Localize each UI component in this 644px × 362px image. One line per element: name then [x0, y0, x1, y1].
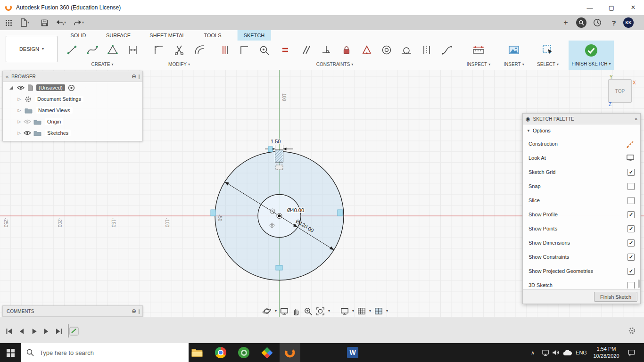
timeline-play-button[interactable]	[28, 326, 40, 337]
redo-icon[interactable]: ▾	[72, 15, 86, 30]
file-explorer-icon[interactable]	[187, 343, 207, 362]
root-document-label[interactable]: (Unsaved)	[36, 84, 65, 91]
chrome-icon[interactable]	[210, 343, 231, 362]
job-status-icon[interactable]	[576, 17, 586, 28]
show-constraints-checkbox[interactable]: ✓	[627, 254, 635, 261]
panel-drag-handle[interactable]: ∥	[138, 74, 140, 79]
browser-item-named-views[interactable]: ▷ Named Views	[3, 105, 142, 116]
fix-lock-constraint-icon[interactable]	[338, 41, 355, 58]
app-grid-menu-icon[interactable]	[3, 15, 14, 30]
collapse-panel-icon[interactable]: «	[6, 74, 8, 79]
sketch-grid-checkbox[interactable]: ✓	[627, 169, 635, 176]
show-projected-geometries-checkbox[interactable]: ✓	[627, 268, 635, 275]
visibility-eye-icon[interactable]	[17, 85, 25, 90]
inspect-group-label[interactable]: INSPECT▾	[467, 62, 490, 67]
viewcube[interactable]: TOP	[608, 79, 632, 103]
expand-arrow-icon[interactable]: ▷	[16, 108, 23, 113]
maximize-button[interactable]: ▢	[601, 0, 622, 15]
notifications-clock-icon[interactable]	[592, 17, 603, 28]
fusion-360-taskbar-icon[interactable]	[280, 343, 300, 362]
palette-row-show-dimensions[interactable]: Show Dimensions ✓	[523, 236, 640, 250]
construction-icon[interactable]	[626, 140, 635, 148]
measure-tool-icon[interactable]	[470, 41, 487, 58]
visibility-eye-icon[interactable]	[24, 130, 31, 136]
volume-icon[interactable]	[550, 343, 561, 362]
offset-tool-icon[interactable]	[191, 41, 208, 58]
insert-image-icon[interactable]	[505, 41, 522, 58]
tangent-constraint-icon[interactable]	[398, 41, 415, 58]
green-app-icon[interactable]	[233, 343, 254, 362]
expand-arrow-icon[interactable]: ▷	[16, 97, 23, 101]
add-comment-icon[interactable]: ⊕	[132, 308, 136, 314]
sketch-dimension-icon[interactable]	[124, 41, 141, 58]
palette-row-construction[interactable]: Construction	[523, 137, 640, 151]
palette-row-show-constraints[interactable]: Show Constraints ✓	[523, 250, 640, 264]
workspace-selector[interactable]: DESIGN▾	[6, 36, 58, 62]
look-at-icon[interactable]	[280, 305, 289, 317]
timeline-sketch-marker[interactable]	[67, 324, 80, 338]
diamond-app-icon[interactable]	[256, 343, 277, 362]
clock-date[interactable]: 1:54 PM 10/28/2020	[591, 346, 621, 360]
browser-item-sketches[interactable]: ▷ Sketches	[3, 127, 142, 139]
user-avatar[interactable]: KK	[623, 17, 634, 28]
panel-minus-icon[interactable]: ⊖	[132, 73, 136, 80]
new-file-icon[interactable]: ▾	[18, 15, 31, 30]
show-dimensions-checkbox[interactable]: ✓	[627, 239, 635, 247]
look-at-icon[interactable]	[626, 154, 635, 162]
palette-row-show-points[interactable]: Show Points ✓	[523, 222, 640, 236]
language-indicator[interactable]: ENG	[573, 343, 589, 362]
spline-tool-icon[interactable]	[84, 41, 101, 58]
fit-icon[interactable]	[316, 305, 325, 317]
show-points-checkbox[interactable]: ✓	[627, 225, 635, 232]
expand-arrow-icon[interactable]: ▷	[16, 131, 23, 135]
timeline-step-back-button[interactable]	[16, 326, 27, 337]
browser-root-row[interactable]: (Unsaved)	[3, 82, 142, 93]
coincident-constraint-icon[interactable]	[256, 41, 272, 58]
activate-component-icon[interactable]	[68, 84, 75, 91]
ribbon-tab-sheet-metal[interactable]: SHEET METAL	[143, 30, 191, 41]
create-group-label[interactable]: CREATE▾	[91, 62, 114, 67]
timeline-step-forward-button[interactable]	[41, 326, 52, 337]
snap-checkbox[interactable]	[627, 183, 635, 190]
tray-chevron-icon[interactable]: ∧	[527, 343, 538, 362]
dimension-label-width[interactable]: 1.50	[270, 139, 281, 144]
panel-dot-icon[interactable]: ◉	[526, 116, 530, 122]
comments-bar[interactable]: COMMENTS ⊕ ∥	[2, 305, 143, 317]
curvature-constraint-icon[interactable]	[438, 41, 455, 58]
concentric-constraint-icon[interactable]	[378, 41, 395, 58]
timeline-skip-end-button[interactable]	[53, 326, 64, 337]
palette-row-snap[interactable]: Snap	[523, 179, 640, 193]
palette-scrollbar[interactable]	[638, 280, 640, 288]
3d-sketch-checkbox[interactable]	[627, 282, 635, 289]
onedrive-cloud-icon[interactable]	[561, 343, 573, 362]
horizontal-vertical-constraint-icon[interactable]	[236, 41, 253, 58]
collinear-constraint-icon[interactable]	[216, 41, 233, 58]
perpendicular-constraint-icon[interactable]	[318, 41, 335, 58]
start-button[interactable]	[0, 343, 21, 362]
palette-row-look-at[interactable]: Look At	[523, 151, 640, 165]
display-settings-icon[interactable]	[340, 305, 349, 317]
ribbon-tab-surface[interactable]: SURFACE	[100, 30, 137, 41]
ribbon-tab-sketch[interactable]: SKETCH	[238, 30, 271, 41]
visibility-off-eye-icon[interactable]	[24, 119, 31, 124]
select-group-label[interactable]: SELECT▾	[537, 62, 559, 67]
palette-row-show-projected-geometries[interactable]: Show Projected Geometries ✓	[523, 264, 640, 278]
action-center-icon[interactable]	[624, 343, 638, 362]
midpoint-constraint-icon[interactable]	[358, 41, 375, 58]
expand-root-icon[interactable]	[9, 86, 13, 90]
undo-icon[interactable]: ▾	[54, 15, 68, 30]
polygon-tool-icon[interactable]	[104, 41, 121, 58]
taskbar-search-box[interactable]	[21, 343, 189, 362]
fillet-tool-icon[interactable]	[150, 41, 167, 58]
dimension-label-inner-diameter[interactable]: Ø40.00	[287, 207, 305, 213]
browser-item-origin[interactable]: ▷ Origin	[3, 116, 142, 127]
select-tool-icon[interactable]	[539, 41, 556, 58]
timeline-skip-start-button[interactable]	[4, 326, 15, 337]
slice-checkbox[interactable]	[627, 197, 635, 204]
close-window-button[interactable]: ×	[622, 0, 644, 15]
constraints-group-label[interactable]: CONSTRAINTS▾	[316, 62, 354, 67]
palette-row-3d-sketch[interactable]: 3D Sketch	[523, 278, 640, 288]
ribbon-tab-tools[interactable]: TOOLS	[198, 30, 227, 41]
expand-panel-icon[interactable]: »	[635, 116, 637, 122]
search-input[interactable]	[39, 349, 182, 357]
